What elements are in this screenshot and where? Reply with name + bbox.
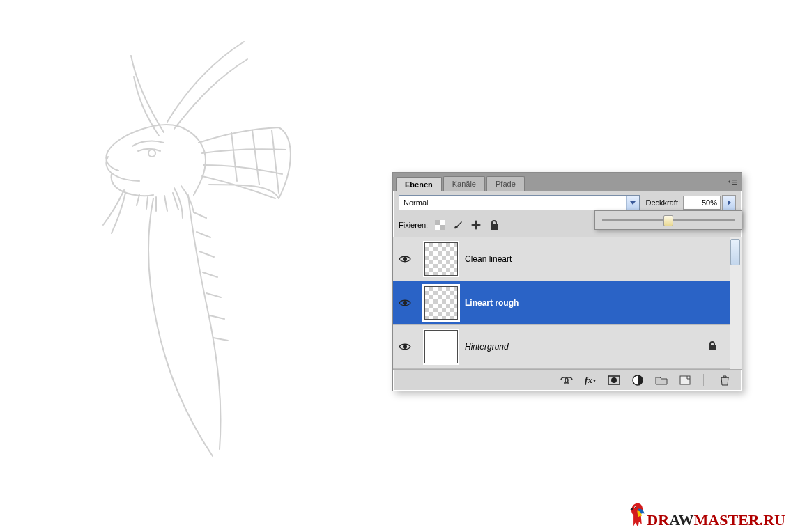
checker-icon: [435, 220, 445, 230]
watermark: DRAWMASTER.RU: [627, 501, 785, 529]
eye-icon: [399, 255, 411, 263]
svg-rect-6: [440, 225, 445, 230]
watermark-post: MASTER.RU: [694, 511, 785, 529]
blend-opacity-row: Normal Deckkraft: 50%: [393, 191, 742, 214]
watermark-mid: AW: [669, 511, 693, 529]
lock-icon: [489, 219, 499, 230]
opacity-input[interactable]: 50%: [683, 196, 721, 210]
folder-icon: [655, 375, 668, 385]
lock-label: Fixieren:: [399, 221, 428, 229]
lock-all-button[interactable]: [486, 217, 502, 233]
lock-image-pixels-button[interactable]: [450, 217, 466, 233]
chevron-down-icon: [630, 201, 636, 205]
trash-icon: [720, 375, 730, 386]
svg-point-15: [635, 507, 636, 508]
svg-rect-2: [732, 182, 737, 182]
visibility-toggle[interactable]: [393, 237, 417, 281]
blend-mode-select[interactable]: Normal: [399, 195, 640, 210]
svg-rect-5: [435, 220, 440, 225]
layer-thumbnail[interactable]: [424, 330, 458, 363]
layer-style-button[interactable]: fx▾: [583, 373, 597, 387]
yin-circle-icon: [632, 375, 643, 386]
mask-icon: [608, 375, 620, 385]
layers-panel: Ebenen Kanäle Pfade Normal Deckkraft: 50…: [392, 172, 742, 391]
layer-row[interactable]: Clean lineart: [393, 237, 742, 281]
visibility-toggle[interactable]: [393, 325, 417, 368]
opacity-slider-track[interactable]: [602, 219, 735, 221]
opacity-flyout-button[interactable]: [722, 195, 736, 210]
layer-name[interactable]: Hintergrund: [465, 342, 509, 352]
svg-point-0: [148, 150, 155, 157]
svg-point-9: [403, 345, 407, 349]
tab-layers[interactable]: Ebenen: [396, 177, 442, 191]
parrot-icon: [627, 501, 645, 529]
panel-flyout-menu-icon[interactable]: [728, 177, 737, 185]
eye-icon: [399, 299, 411, 307]
link-icon: [560, 376, 574, 384]
delete-layer-button[interactable]: [718, 373, 732, 387]
layer-row[interactable]: Hintergrund: [393, 325, 742, 369]
link-layers-button[interactable]: [560, 373, 574, 387]
new-page-icon: [679, 375, 691, 385]
tab-paths[interactable]: Pfade: [486, 176, 525, 191]
opacity-slider-popout: [594, 210, 742, 230]
lock-icon: [708, 341, 716, 352]
panel-footer: fx▾: [393, 369, 742, 391]
eye-icon: [399, 343, 411, 351]
brush-icon: [452, 219, 463, 230]
fx-icon: fx: [585, 375, 592, 386]
layer-thumbnail[interactable]: [424, 242, 458, 276]
new-group-button[interactable]: [654, 373, 668, 387]
scrollbar-track[interactable]: [730, 237, 742, 369]
blend-mode-dropdown-button[interactable]: [626, 196, 639, 210]
adjustment-layer-button[interactable]: [631, 373, 645, 387]
canvas-area: [0, 0, 390, 532]
lock-transparent-pixels-button[interactable]: [432, 217, 447, 233]
layer-name[interactable]: Lineart rough: [465, 298, 519, 308]
lock-position-button[interactable]: [468, 217, 484, 233]
svg-point-8: [403, 301, 407, 305]
svg-rect-1: [732, 180, 737, 180]
visibility-toggle[interactable]: [393, 281, 417, 324]
layer-thumbnail[interactable]: [424, 286, 458, 320]
move-icon: [470, 219, 482, 230]
scrollbar-thumb[interactable]: [730, 239, 740, 265]
svg-point-11: [611, 377, 617, 383]
layer-list: Clean lineartLineart roughHintergrund: [393, 237, 742, 369]
panel-tabbar: Ebenen Kanäle Pfade: [393, 173, 742, 191]
footer-divider: [703, 374, 704, 386]
opacity-label: Deckkraft:: [645, 198, 680, 207]
dragon-sketch: [70, 38, 321, 470]
svg-point-7: [403, 257, 407, 261]
layer-row[interactable]: Lineart rough: [393, 281, 742, 325]
watermark-pre: DR: [647, 511, 669, 529]
svg-rect-3: [732, 184, 737, 185]
opacity-slider-thumb[interactable]: [663, 215, 673, 226]
chevron-right-icon: [728, 200, 731, 205]
blend-mode-value: Normal: [399, 198, 432, 207]
new-layer-button[interactable]: [678, 373, 692, 387]
tab-channels[interactable]: Kanäle: [443, 176, 485, 191]
layer-mask-button[interactable]: [607, 373, 621, 387]
layer-name[interactable]: Clean lineart: [465, 254, 512, 264]
svg-rect-13: [680, 376, 690, 384]
